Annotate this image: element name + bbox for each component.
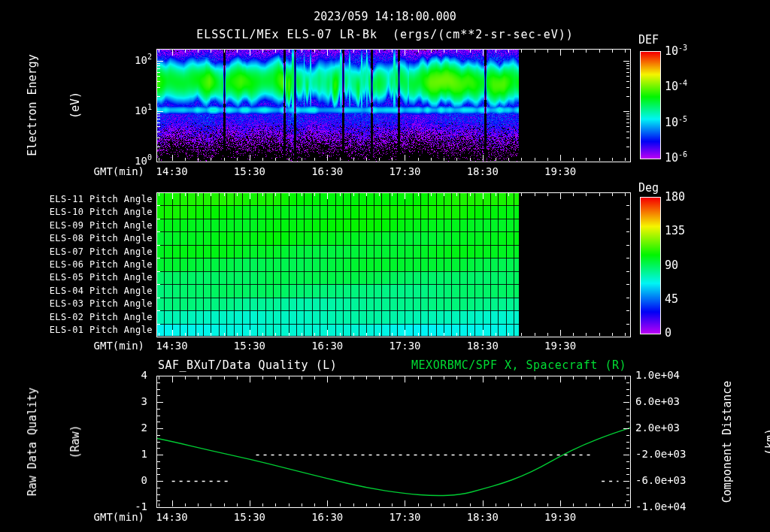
energy-tick-label: 101	[114, 104, 152, 116]
distance-tick-label: -6.0e+03	[635, 474, 686, 486]
electron-energy-axis-label: Electron Energy (eV)	[0, 54, 111, 156]
deg-colorbar-tick-label: 135	[665, 224, 685, 237]
pitch-row-label: ELS-03 Pitch Angle	[44, 298, 153, 309]
x-tick-label: 19:30	[538, 340, 583, 352]
pitch-row-label: ELS-09 Pitch Angle	[44, 220, 153, 231]
axis-label-line1: Electron Energy	[26, 54, 40, 156]
bottom-right-title: MEXORBMC/SPF X, Spacecraft (R)	[411, 358, 626, 372]
plot-title: 2023/059 14:18:00.000	[0, 10, 770, 23]
deg-colorbar-tick-label: 180	[665, 190, 685, 204]
energy-tick-label: 102	[114, 54, 152, 66]
quality-tick-label: 3	[110, 395, 147, 407]
distance-tick-label: 6.0e+03	[635, 395, 680, 407]
gmt-axis-label-middle: GMT(min)	[66, 340, 144, 352]
quality-tick-label: 1	[110, 448, 147, 460]
x-tick-label: 15:30	[227, 340, 272, 352]
energy-tick-label: 100	[114, 155, 152, 167]
def-colorbar-title: DEF	[638, 33, 659, 47]
quality-tick-label: 2	[110, 422, 147, 434]
quality-tick-label: 0	[110, 474, 147, 486]
x-tick-label: 19:30	[538, 511, 583, 523]
distance-tick-label: 2.0e+03	[635, 422, 680, 434]
pitch-row-label: ELS-02 Pitch Angle	[44, 312, 153, 322]
distance-tick-label: -1.0e+04	[635, 500, 686, 512]
pitch-row-label: ELS-10 Pitch Angle	[44, 207, 153, 217]
x-tick-label: 14:30	[150, 165, 195, 177]
pitch-row-label: ELS-05 Pitch Angle	[44, 272, 153, 283]
distance-tick-label: 1.0e+04	[635, 369, 680, 381]
component-distance-axis-label: Component Distance (km)	[692, 381, 770, 503]
x-tick-label: 14:30	[150, 511, 195, 523]
x-tick-label: 18:30	[460, 165, 505, 177]
bottom-left-title: SAF_BXuT/Data Quality (L)	[158, 358, 337, 372]
x-tick-label: 15:30	[227, 511, 272, 523]
deg-colorbar-title: Deg	[638, 181, 659, 195]
gmt-axis-label-top: GMT(min)	[66, 165, 144, 177]
gmt-axis-label-bottom: GMT(min)	[66, 511, 144, 523]
pitch-row-label: ELS-04 Pitch Angle	[44, 286, 153, 296]
axis-label-line1: Raw Data Quality	[26, 388, 40, 497]
pitch-row-label: ELS-11 Pitch Angle	[44, 194, 153, 204]
axis-label-line2: (Raw)	[68, 388, 83, 497]
def-colorbar-tick-label: 10-4	[665, 80, 687, 93]
deg-colorbar-tick-label: 0	[665, 326, 671, 340]
x-tick-label: 19:30	[538, 165, 583, 177]
x-tick-label: 14:30	[150, 340, 195, 352]
x-tick-label: 16:30	[305, 340, 350, 352]
quality-tick-label: -1	[110, 500, 147, 512]
pitch-row-label: ELS-08 Pitch Angle	[44, 233, 153, 243]
pitch-row-label: ELS-06 Pitch Angle	[44, 259, 153, 270]
pitch-row-label: ELS-07 Pitch Angle	[44, 246, 153, 257]
raw-data-quality-axis-label: Raw Data Quality (Raw)	[0, 388, 111, 497]
x-tick-label: 17:30	[382, 340, 427, 352]
axis-label-line2: (eV)	[68, 54, 83, 156]
x-tick-label: 16:30	[305, 165, 350, 177]
deg-colorbar-tick-label: 90	[665, 258, 678, 272]
x-tick-label: 17:30	[382, 511, 427, 523]
deg-colorbar-tick-label: 45	[665, 292, 678, 306]
pitch-row-label: ELS-01 Pitch Angle	[44, 325, 153, 335]
axis-label-line1: Component Distance	[720, 381, 735, 503]
x-tick-label: 16:30	[305, 511, 350, 523]
distance-tick-label: -2.0e+03	[635, 448, 686, 460]
def-colorbar-tick-label: 10-6	[665, 151, 687, 165]
def-colorbar-tick-label: 10-3	[665, 44, 687, 58]
x-tick-label: 18:30	[460, 340, 505, 352]
x-tick-label: 15:30	[227, 165, 272, 177]
x-tick-label: 17:30	[382, 165, 427, 177]
def-colorbar-tick-label: 10-5	[665, 116, 687, 129]
quality-tick-label: 4	[110, 369, 147, 381]
x-tick-label: 18:30	[460, 511, 505, 523]
mex-els-plot-screen: 2023/059 14:18:00.000 ELSSCIL/MEx ELS-07…	[0, 0, 770, 532]
axis-label-line2: (km)	[763, 381, 770, 503]
